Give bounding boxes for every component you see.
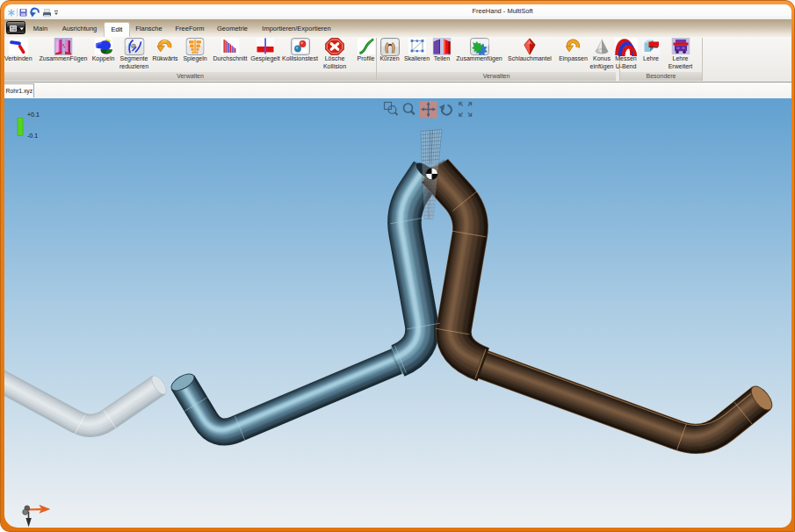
svg-text:-0.1: -0.1 xyxy=(27,132,38,138)
svg-text:+0.1: +0.1 xyxy=(27,111,40,118)
